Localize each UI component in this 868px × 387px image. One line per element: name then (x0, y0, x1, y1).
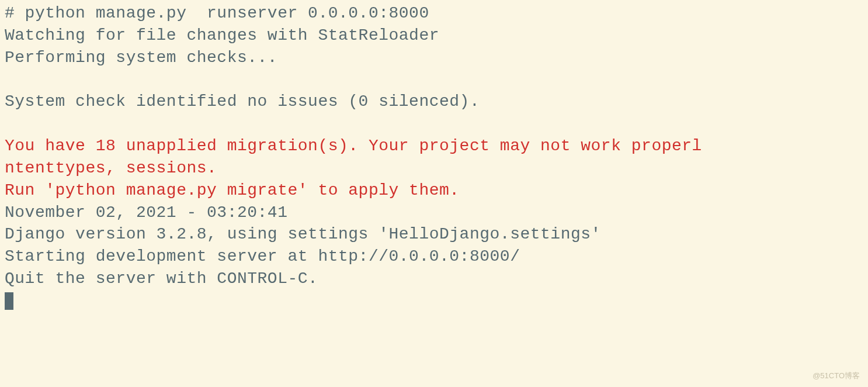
terminal-line: Quit the server with CONTROL-C. (5, 268, 863, 290)
terminal-line: Performing system checks... (5, 47, 863, 69)
terminal-line: November 02, 2021 - 03:20:41 (5, 202, 863, 224)
terminal-cursor (5, 290, 863, 312)
terminal-line: System check identified no issues (0 sil… (5, 91, 863, 113)
terminal-line: # python manage.py runserver 0.0.0.0:800… (5, 2, 863, 25)
terminal-blank-line (5, 113, 863, 135)
terminal-blank-line (5, 68, 863, 91)
terminal-output: # python manage.py runserver 0.0.0.0:800… (5, 2, 863, 290)
terminal-line: Django version 3.2.8, using settings 'He… (5, 223, 863, 246)
terminal-line: You have 18 unapplied migration(s). Your… (5, 135, 863, 157)
terminal-line: Watching for file changes with StatReloa… (5, 25, 863, 47)
terminal-line: Starting development server at http://0.… (5, 246, 863, 268)
terminal-line: Run 'python manage.py migrate' to apply … (5, 179, 863, 202)
terminal-line: ntenttypes, sessions. (5, 157, 863, 179)
watermark-text: @51CTO博客 (813, 371, 860, 381)
